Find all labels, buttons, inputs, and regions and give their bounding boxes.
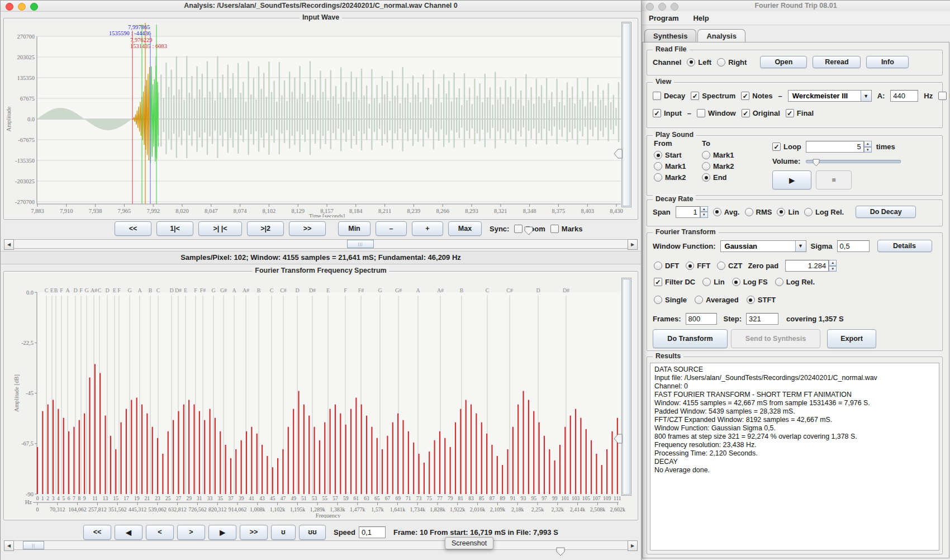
averaged-radio[interactable]: Averaged <box>695 296 739 304</box>
frame-position-slider-thumb[interactable] <box>557 548 564 556</box>
wave-scroll-track[interactable]: ||| <box>14 239 628 249</box>
menu-program[interactable]: Program <box>649 14 678 22</box>
bottom-scroll-thumb[interactable]: || <box>23 541 44 549</box>
playback-play-button[interactable]: ▶ <box>208 525 236 540</box>
open-button[interactable]: Open <box>760 56 807 68</box>
wave-vertical-scrollbar[interactable] <box>621 22 631 207</box>
wave-mark-window-button[interactable]: >| |< <box>198 221 242 236</box>
wave-scroll-left-icon[interactable]: ◀ <box>4 239 14 250</box>
a-frequency-input[interactable]: 440 <box>890 90 918 102</box>
view-decay-checkbox-box[interactable] <box>653 92 661 100</box>
from-mark2-radio-circle[interactable] <box>654 173 662 182</box>
zoom-window-button[interactable] <box>30 3 38 11</box>
view-phase-checkbox-box[interactable] <box>938 92 947 100</box>
details-button[interactable]: Details <box>877 240 932 252</box>
menu-help[interactable]: Help <box>693 14 709 22</box>
export-button[interactable]: Export <box>827 329 876 348</box>
view-notes-checkbox[interactable]: ✓Notes <box>741 92 772 100</box>
window-function-combobox-arrow-icon[interactable]: ▼ <box>795 241 806 251</box>
wave-max-button[interactable]: Max <box>448 221 482 236</box>
ft-log-rel-radio[interactable]: Log Rel. <box>775 278 815 286</box>
view-input-checkbox[interactable]: ✓Input <box>653 109 682 117</box>
from-mark2-radio[interactable]: Mark2 <box>654 173 702 182</box>
dft-radio-circle[interactable] <box>654 262 662 270</box>
view-final-checkbox[interactable]: ✓Final <box>786 109 814 117</box>
span-spinner-up-icon[interactable]: ▲ <box>700 206 708 212</box>
filter-dc-checkbox-box[interactable]: ✓ <box>654 278 662 286</box>
czt-radio-circle[interactable] <box>717 262 725 270</box>
ft-log-fs-radio-circle[interactable] <box>732 278 740 286</box>
playback-step-back-button[interactable]: < <box>146 525 174 540</box>
sigma-input[interactable]: 0,5 <box>837 240 870 252</box>
decay-avg-radio[interactable]: Avg. <box>713 208 740 216</box>
from-start-radio[interactable]: Start <box>654 151 702 159</box>
view-spectrum-checkbox-box[interactable]: ✓ <box>691 92 699 100</box>
spectrum-vertical-scrollbar[interactable] <box>621 278 631 496</box>
playback-loop-icon[interactable]: ʊʊ <box>299 525 326 540</box>
frame-position-slider[interactable] <box>555 547 566 557</box>
spectrum-scale-slider-thumb[interactable] <box>614 434 622 443</box>
bottom-scroll-track[interactable]: || <box>14 540 628 550</box>
play-sound-stop-button[interactable]: ■ <box>816 170 852 189</box>
to-mark1-radio-circle[interactable] <box>702 151 710 159</box>
window-function-combobox[interactable]: Gaussian▼ <box>720 240 806 252</box>
tab-synthesis[interactable]: Synthesis <box>644 29 696 42</box>
from-mark1-radio[interactable]: Mark1 <box>654 162 702 170</box>
spectrum-vscroll-thumb[interactable] <box>623 279 630 495</box>
to-end-radio[interactable]: End <box>702 173 727 182</box>
view-original-checkbox-box[interactable]: ✓ <box>742 109 750 117</box>
to-end-radio-circle[interactable] <box>702 173 710 182</box>
wave-min-button[interactable]: Min <box>338 221 370 236</box>
play-sound-play-button[interactable]: ▶ <box>772 170 811 189</box>
stft-radio-circle[interactable] <box>747 296 755 304</box>
decay-lin-radio[interactable]: Lin <box>777 208 799 216</box>
playback-rewind-button[interactable]: << <box>83 525 111 540</box>
stft-radio[interactable]: STFT <box>747 296 776 304</box>
bottom-scroll-right-icon[interactable]: ▶ <box>628 540 638 551</box>
ft-log-fs-radio[interactable]: Log FS <box>732 278 768 286</box>
to-mark2-radio-circle[interactable] <box>702 162 710 170</box>
zero-pad-spinner[interactable]: 1.284▲▼ <box>785 260 837 272</box>
span-spinner-down-icon[interactable]: ▼ <box>700 212 708 218</box>
span-spinner-arrows[interactable]: ▲▼ <box>700 206 708 218</box>
spectrum-chart[interactable]: CEBFADFGA#CDEFGABCDD#EFF#GG#AA#BCC#DD#EF… <box>4 276 633 518</box>
volume-slider-thumb[interactable] <box>812 158 820 168</box>
fft-radio-circle[interactable] <box>686 262 694 270</box>
wave-scroll-right-icon[interactable]: ▶ <box>628 239 638 250</box>
decay-avg-radio-circle[interactable] <box>713 208 721 216</box>
minimize-button[interactable] <box>18 3 26 11</box>
step-input[interactable]: 321 <box>746 313 778 325</box>
do-transform-button[interactable]: Do Transform <box>653 329 728 348</box>
loop-checkbox-box[interactable]: ✓ <box>772 143 781 151</box>
wave-forward-button[interactable]: >> <box>289 221 326 236</box>
do-decay-button[interactable]: Do Decay <box>856 206 916 218</box>
reread-button[interactable]: Reread <box>813 56 861 68</box>
from-start-radio-circle[interactable] <box>654 151 662 159</box>
loop-times-spinner-field[interactable]: 5 <box>806 141 864 153</box>
from-mark1-radio-circle[interactable] <box>654 162 662 170</box>
wave-position-slider[interactable] <box>524 226 534 236</box>
bottom-scroll-left-icon[interactable]: ◀ <box>4 540 14 551</box>
send-to-synthesis-button[interactable]: Send to Synthesis <box>731 329 820 348</box>
wave-zoom-out-button[interactable]: – <box>376 221 407 236</box>
results-text-area[interactable]: DATA SOURCEInput file: /Users/alan/_Soun… <box>650 363 939 550</box>
wave-vscroll-thumb[interactable] <box>623 23 630 206</box>
frt-minimize-button[interactable] <box>658 3 666 11</box>
channel-left-radio-circle[interactable] <box>687 58 695 67</box>
single-radio-circle[interactable] <box>654 296 662 304</box>
span-spinner-field[interactable]: 1 <box>676 206 700 218</box>
playback-step-forward-button[interactable]: > <box>177 525 205 540</box>
wave-scroll-thumb[interactable]: ||| <box>347 240 374 248</box>
loop-times-spinner[interactable]: 5▲▼ <box>806 141 872 153</box>
ft-lin-radio-circle[interactable] <box>702 278 711 286</box>
channel-right-radio[interactable]: Right <box>717 58 747 67</box>
sync-marks-checkbox[interactable]: Marks <box>550 225 583 233</box>
to-mark1-radio[interactable]: Mark1 <box>702 151 734 159</box>
loop-times-spinner-arrows[interactable]: ▲▼ <box>864 141 872 153</box>
wave-position-slider-thumb[interactable] <box>525 227 533 235</box>
filter-dc-checkbox[interactable]: ✓Filter DC <box>654 278 695 286</box>
info-button[interactable]: Info <box>866 56 909 68</box>
close-button[interactable] <box>6 3 13 11</box>
frames-input[interactable]: 800 <box>686 313 717 325</box>
wave-rewind-button[interactable]: << <box>115 221 151 236</box>
